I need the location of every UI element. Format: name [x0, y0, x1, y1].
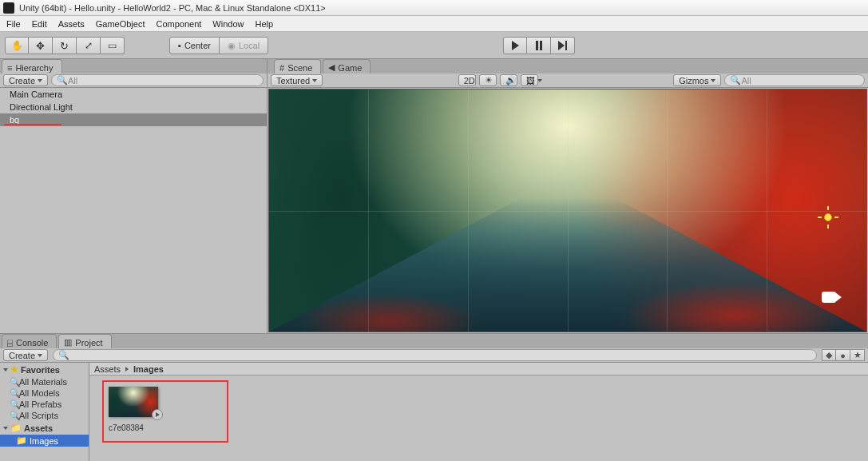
- save-search-button[interactable]: ★: [850, 349, 865, 361]
- favorites-all-prefabs[interactable]: 🔍All Prefabs: [0, 399, 89, 410]
- project-breadcrumb: Assets Images: [89, 363, 868, 376]
- asset-name-label[interactable]: c7e08384: [109, 423, 144, 432]
- scene-toolbar: Textured 2D ☀ 🔊 🖼 Gizmos 🔍 All: [268, 74, 868, 88]
- rotate-tool-button[interactable]: [53, 37, 77, 54]
- scene-tab-row: # Scene ◀ Game: [268, 59, 868, 74]
- hierarchy-item-bq[interactable]: bq: [0, 113, 267, 126]
- hierarchy-item-main-camera[interactable]: Main Camera: [0, 88, 267, 101]
- move-tool-button[interactable]: [29, 37, 53, 54]
- menu-file[interactable]: File: [6, 19, 21, 29]
- menu-assets[interactable]: Assets: [58, 19, 85, 29]
- project-tree[interactable]: ★Favorites 🔍All Materials 🔍All Models 🔍A…: [0, 363, 89, 461]
- step-button[interactable]: [551, 37, 575, 54]
- scene-fx-dropdown[interactable]: 🖼: [521, 74, 538, 86]
- play-overlay-icon: [152, 409, 163, 420]
- window-title: Unity (64bit) - Hello.unity - HelloWorld…: [19, 3, 326, 13]
- hand-tool-button[interactable]: [5, 37, 29, 54]
- hierarchy-tab[interactable]: ≡ Hierarchy: [2, 59, 62, 74]
- project-search-input[interactable]: 🔍: [53, 349, 817, 361]
- handle-toggles: ▪ Center ◉ Local: [169, 37, 268, 54]
- hierarchy-panel: ≡ Hierarchy Create 🔍 All Main Camera Dir…: [0, 59, 268, 333]
- pivot-toggle[interactable]: ▪ Center: [169, 37, 220, 54]
- hierarchy-item-directional-light[interactable]: Directional Light: [0, 101, 267, 113]
- hierarchy-create-button[interactable]: Create: [3, 74, 48, 86]
- scene-2d-toggle[interactable]: 2D: [458, 74, 476, 86]
- main-toolbar: ▪ Center ◉ Local: [0, 32, 868, 59]
- scene-search-input[interactable]: 🔍 All: [724, 74, 865, 86]
- tab-console[interactable]: ⌸ Console: [2, 334, 57, 348]
- assets-header[interactable]: 📁 Assets: [0, 421, 89, 435]
- camera-gizmo-icon[interactable]: [822, 290, 842, 304]
- space-toggle[interactable]: ◉ Local: [219, 37, 268, 54]
- hierarchy-toolbar: Create 🔍 All: [0, 74, 267, 88]
- filter-by-label-button[interactable]: ●: [836, 349, 850, 361]
- gizmos-dropdown[interactable]: Gizmos: [673, 74, 721, 86]
- menu-gameobject[interactable]: GameObject: [96, 19, 145, 29]
- tab-scene[interactable]: # Scene: [274, 59, 321, 74]
- project-filter-buttons: ◆ ● ★: [822, 349, 865, 361]
- crumb-images[interactable]: Images: [133, 364, 164, 374]
- pause-button[interactable]: [527, 37, 551, 54]
- tab-project[interactable]: ▥ Project: [58, 334, 111, 348]
- scale-tool-button[interactable]: [77, 37, 101, 54]
- directional-light-gizmo-icon[interactable]: [819, 209, 837, 226]
- favorites-all-scripts[interactable]: 🔍All Scripts: [0, 410, 89, 421]
- chevron-right-icon: [125, 367, 129, 372]
- filter-by-type-button[interactable]: ◆: [822, 349, 836, 361]
- play-button[interactable]: [503, 37, 527, 54]
- scene-panel: # Scene ◀ Game Textured 2D ☀ 🔊 🖼 Gizmos …: [268, 59, 868, 333]
- menu-help[interactable]: Help: [255, 19, 273, 29]
- project-create-button[interactable]: Create: [3, 349, 48, 361]
- hierarchy-tab-row: ≡ Hierarchy: [0, 59, 267, 74]
- tab-game[interactable]: ◀ Game: [323, 59, 371, 74]
- crumb-assets[interactable]: Assets: [94, 364, 121, 374]
- play-controls: [503, 37, 575, 54]
- project-toolbar: Create 🔍 ◆ ● ★: [0, 348, 868, 363]
- project-tab-row: ⌸ Console ▥ Project: [0, 334, 868, 348]
- menu-bar: File Edit Assets GameObject Component Wi…: [0, 16, 868, 32]
- menu-component[interactable]: Component: [156, 19, 201, 29]
- favorites-all-models[interactable]: 🔍All Models: [0, 387, 89, 399]
- favorites-header[interactable]: ★Favorites: [0, 363, 89, 376]
- project-panel: ⌸ Console ▥ Project Create 🔍 ◆ ● ★ ★Favo…: [0, 333, 868, 461]
- menu-edit[interactable]: Edit: [32, 19, 47, 29]
- scene-lighting-toggle[interactable]: ☀: [479, 74, 497, 86]
- hierarchy-search-input[interactable]: 🔍 All: [51, 74, 264, 86]
- assets-folder-images[interactable]: 📁 Images: [0, 435, 89, 447]
- scene-audio-toggle[interactable]: 🔊: [500, 74, 517, 86]
- favorites-all-materials[interactable]: 🔍All Materials: [0, 376, 89, 387]
- shading-mode-dropdown[interactable]: Textured: [271, 74, 323, 86]
- asset-thumbnail[interactable]: [109, 387, 158, 417]
- rect-tool-button[interactable]: [101, 37, 125, 54]
- hierarchy-list[interactable]: Main Camera Directional Light bq: [0, 88, 267, 333]
- unity-logo-icon: [3, 2, 14, 14]
- menu-window[interactable]: Window: [212, 19, 244, 29]
- transform-tools: [5, 37, 125, 54]
- highlight-annotation: [4, 124, 61, 125]
- project-content: Assets Images c7e08384: [89, 363, 868, 461]
- project-asset-grid[interactable]: c7e08384: [89, 376, 868, 461]
- window-titlebar: Unity (64bit) - Hello.unity - HelloWorld…: [0, 0, 868, 16]
- scene-viewport[interactable]: [268, 89, 867, 332]
